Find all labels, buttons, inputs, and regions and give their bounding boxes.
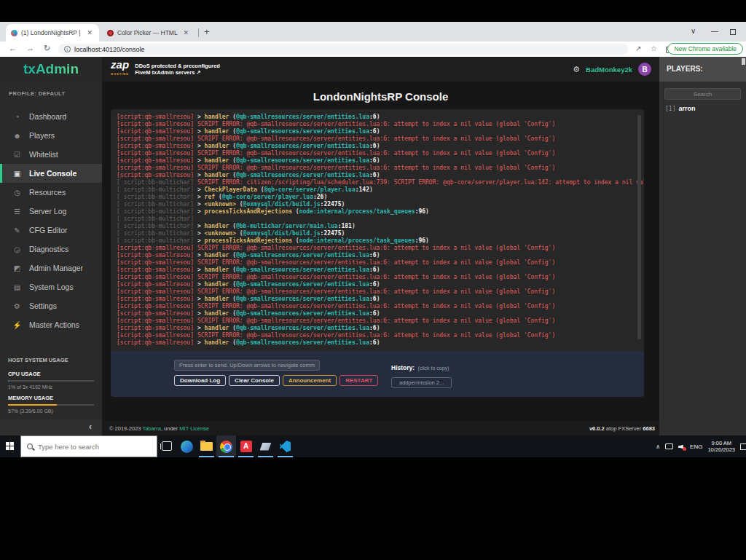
sidebar-item-label: Master Actions (29, 320, 79, 329)
clock[interactable]: 9:00 AM10/20/2023 (707, 440, 735, 453)
sidebar-item-admin-manager[interactable]: ◩Admin Manager (0, 259, 102, 277)
footer-version: v6.0.2 atop FXServer 6683 (589, 425, 655, 432)
sidebar-item-label: Server Log (29, 207, 66, 216)
windows-logo-icon (6, 442, 15, 451)
license-link[interactable]: MIT License (179, 425, 209, 432)
task-view-icon[interactable] (162, 441, 172, 451)
history-items: addpermission 2... (391, 377, 452, 388)
command-input[interactable] (174, 360, 320, 371)
console-log-line: [script:qb-smallresou]> handler (@qb-sma… (117, 281, 644, 288)
window-restore-button[interactable] (730, 29, 736, 35)
muted-speaker-icon[interactable] (678, 443, 685, 450)
console-log-line: [ script:bb-multichar]> ref (@qb-core/se… (117, 194, 644, 201)
sidebar-item-cfg-editor[interactable]: ✎CFG Editor (0, 221, 102, 240)
new-tab-button[interactable]: + (204, 26, 210, 37)
taskbar-gray-app[interactable] (256, 435, 275, 457)
cpu-usage-fill (8, 380, 9, 382)
back-button[interactable]: ← (9, 44, 17, 52)
window-chevron-icon[interactable]: ∨ (691, 27, 696, 35)
history-hint: (click to copy) (418, 366, 449, 371)
tab-close-icon[interactable]: ✕ (85, 29, 94, 36)
notification-center-icon[interactable] (740, 443, 746, 450)
sidebar-item-diagnostics[interactable]: ◶Diagnostics (0, 240, 102, 259)
taskbar-search-input[interactable] (38, 443, 133, 451)
sidebar-item-dashboard[interactable]: ◔Dashboard (0, 107, 102, 126)
download-log-button[interactable]: Download Log (174, 375, 226, 386)
forward-button[interactable]: → (26, 44, 34, 52)
address-bar[interactable]: i localhost:40120/console (58, 44, 628, 55)
taskbar-edge[interactable] (177, 435, 197, 457)
sidebar-item-system-logs[interactable]: ▤System Logs (0, 277, 102, 296)
zap-hosting-ad[interactable]: zapHOSTING DDoS protected & preconfigure… (111, 60, 220, 79)
windows-taskbar: A ∧ ENG 9:00 AM10/20/2023 (0, 435, 746, 457)
player-name: arron (678, 105, 695, 112)
history-section: History: (click to copy) addpermission 2… (391, 360, 452, 388)
brand-box[interactable]: txAdmin (0, 57, 102, 82)
author-link[interactable]: Tabarra (142, 425, 160, 432)
players-list: [1]arron (659, 100, 746, 112)
announcement-button[interactable]: Announcement (283, 375, 337, 386)
resources-icon: ◷ (12, 189, 22, 197)
window-minimize-button[interactable]: — (711, 27, 718, 35)
tray-chevron-icon[interactable]: ∧ (656, 443, 660, 450)
diagnostics-icon: ◶ (12, 245, 22, 253)
chrome-update-button[interactable]: New Chrome available (667, 43, 743, 55)
sidebar-item-settings[interactable]: ⚙Settings (0, 296, 102, 315)
console-scrollbar[interactable] (637, 115, 641, 339)
settings-icon: ⚙ (12, 302, 22, 310)
players-scrollbar[interactable] (742, 58, 745, 65)
master-actions-icon: ⚡ (12, 321, 22, 329)
url-text: localhost:40120/console (74, 46, 145, 53)
sidebar-item-players[interactable]: ☻Players (0, 126, 102, 145)
browser-tab-strip: (1) LondonNightsRP | Live Cons ✕ Color P… (0, 22, 746, 42)
console-log[interactable]: [script:qb-smallresou]> handler (@qb-sma… (111, 109, 644, 351)
taskbar-vscode[interactable] (275, 435, 295, 457)
console-log-line: [script:qb-smallresou]> handler (@qb-sma… (117, 252, 644, 259)
history-label: History: (391, 364, 415, 371)
display-tray-icon[interactable] (665, 443, 673, 449)
browser-tab-color-picker[interactable]: Color Picker — HTML Color Cod ✕ (102, 24, 195, 42)
share-icon[interactable]: ↗ (635, 44, 641, 52)
txadmin-logo: txAdmin (23, 61, 79, 77)
console-log-line: [script:qb-smallresou]SCRIPT ERROR: @qb-… (117, 303, 644, 310)
username[interactable]: BadMonkey2k (586, 66, 632, 74)
admin-manager-icon: ◩ (12, 264, 22, 272)
tab-title: (1) LondonNightsRP | Live Cons (21, 29, 82, 36)
reload-button[interactable]: ↻ (44, 44, 50, 53)
bookmark-star-icon[interactable]: ☆ (651, 44, 657, 52)
cfg-editor-icon: ✎ (12, 226, 22, 234)
sidebar-item-whitelist[interactable]: ☑Whitelist (0, 145, 102, 164)
sidebar-item-master-actions[interactable]: ⚡Master Actions (0, 315, 102, 334)
restart-button[interactable]: RESTART (339, 375, 378, 386)
sidebar-item-resources[interactable]: ◷Resources (0, 183, 102, 202)
whitelist-icon: ☑ (12, 151, 22, 159)
txadmin-favicon-icon (11, 30, 17, 36)
taskbar-chrome[interactable] (216, 435, 236, 457)
sidebar-item-live-console[interactable]: ▣Live Console (0, 164, 102, 183)
console-log-line: [script:qb-smallresou]SCRIPT ERROR: @qb-… (117, 121, 644, 128)
browser-tab-active[interactable]: (1) LondonNightsRP | Live Cons ✕ (6, 24, 99, 42)
console-log-line: [script:qb-smallresou]> handler (@qb-sma… (117, 339, 644, 347)
collapse-chevron-icon[interactable]: ‹ (89, 422, 92, 432)
console-log-line: [script:qb-smallresou]> handler (@qb-sma… (117, 157, 644, 165)
language-indicator[interactable]: ENG (690, 443, 702, 450)
main-content: LondonNightsRP Console [script:qb-smallr… (102, 82, 659, 435)
clear-console-button[interactable]: Clear Console (229, 375, 280, 386)
tab-close-icon[interactable]: ✕ (181, 29, 190, 36)
user-avatar[interactable]: B (638, 63, 651, 76)
settings-gear-icon[interactable]: ⚙ (573, 65, 580, 74)
taskbar-explorer[interactable] (197, 435, 216, 457)
sidebar-item-server-log[interactable]: ☰Server Log (0, 202, 102, 221)
start-button[interactable] (0, 435, 20, 457)
console-log-line: [ script:bb-multichar]> CheckPlayerData … (117, 186, 644, 194)
console-log-line: [script:qb-smallresou]SCRIPT ERROR: @qb-… (117, 318, 644, 325)
site-info-icon[interactable]: i (64, 46, 71, 52)
player-list-item[interactable]: [1]arron (659, 100, 746, 112)
players-icon: ☻ (12, 132, 22, 140)
console-log-line: [script:qb-smallresou]SCRIPT ERROR: @qb-… (117, 150, 644, 157)
history-command-button[interactable]: addpermission 2... (391, 377, 452, 388)
taskbar-search[interactable] (20, 435, 157, 457)
server-log-icon: ☰ (12, 208, 22, 216)
players-search-input[interactable] (664, 88, 741, 100)
taskbar-red-app[interactable]: A (236, 435, 256, 457)
